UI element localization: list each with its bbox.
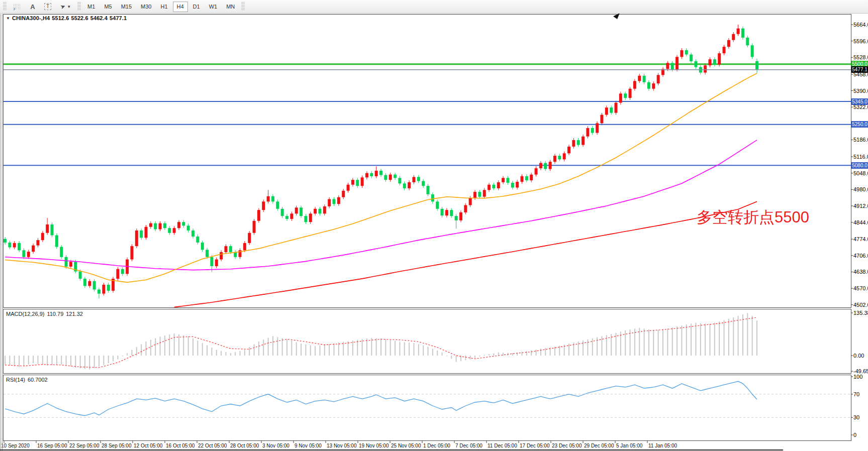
ma-fast-line[interactable] [5,73,757,282]
font-icon: A [30,3,35,11]
arrow-tool-icon: ➤ [59,3,66,11]
chevron-down-icon[interactable]: ▼ [67,5,71,9]
chart-header: ▼ CHINA300-,H4 5512.6 5522.6 5462.4 5477… [6,15,127,21]
timeframe-button-H1[interactable]: H1 [156,2,171,12]
toolbar-grip[interactable] [77,2,81,11]
open-value: 5512.6 [52,15,69,21]
symbol-period-label: CHINA300-,H4 [12,15,50,21]
symbol-dropdown-icon[interactable]: ▼ [6,16,10,21]
macd-main-value: 110.79 [47,311,63,317]
macd-name: MACD(12,26,9) [6,311,44,317]
timeframe-button-W1[interactable]: W1 [205,2,222,12]
chart-annotation-text: 多空转折点5500 [697,207,809,228]
timeframe-button-group: M1M5M15M30H1H4D1W1MN [83,2,239,12]
font-tool-button[interactable]: A [26,2,39,12]
timeframe-button-M30[interactable]: M30 [137,2,155,12]
timeframe-button-MN[interactable]: MN [222,2,239,12]
timeframe-button-H4[interactable]: H4 [173,2,188,12]
macd-histogram [5,313,757,369]
macd-indicator-label: MACD(12,26,9) 110.79 121.32 [6,311,83,317]
grid-f-tool-button[interactable]: F [9,2,25,12]
timeframe-button-M15[interactable]: M15 [117,2,136,12]
ma-slow-line[interactable] [174,201,757,307]
timeframe-button-M5[interactable]: M5 [100,2,116,12]
arrow-tools-button[interactable]: ➤ ▼ [56,2,75,12]
macd-signal-value: 121.32 [66,311,83,317]
timeframe-button-D1[interactable]: D1 [189,2,204,12]
rsi-name: RSI(14) [6,377,25,383]
low-value: 5462.4 [90,15,108,21]
high-value: 5522.6 [71,15,88,21]
trading-app-window: F A T ➤ ▼ M1M5M15M30H1H4D1W1MN ▼ CHINA30… [0,0,868,451]
grid-icon: F [13,4,21,10]
toolbar-grip[interactable] [241,2,245,11]
text-tool-button[interactable]: T [40,2,55,12]
rsi-line [5,381,757,415]
timeframe-button-M1[interactable]: M1 [83,2,99,12]
ma-mid-line[interactable] [5,140,757,270]
rsi-value: 60.7002 [28,377,48,383]
toolbar: F A T ➤ ▼ M1M5M15M30H1H4D1W1MN [0,0,868,14]
close-value: 5477.1 [110,15,127,21]
text-icon: T [44,3,51,10]
candlestick-series[interactable] [4,25,758,298]
toolbar-grip[interactable] [3,2,7,11]
arrow-object-icon[interactable] [613,13,620,19]
rsi-indicator-label: RSI(14) 60.7002 [6,377,48,383]
